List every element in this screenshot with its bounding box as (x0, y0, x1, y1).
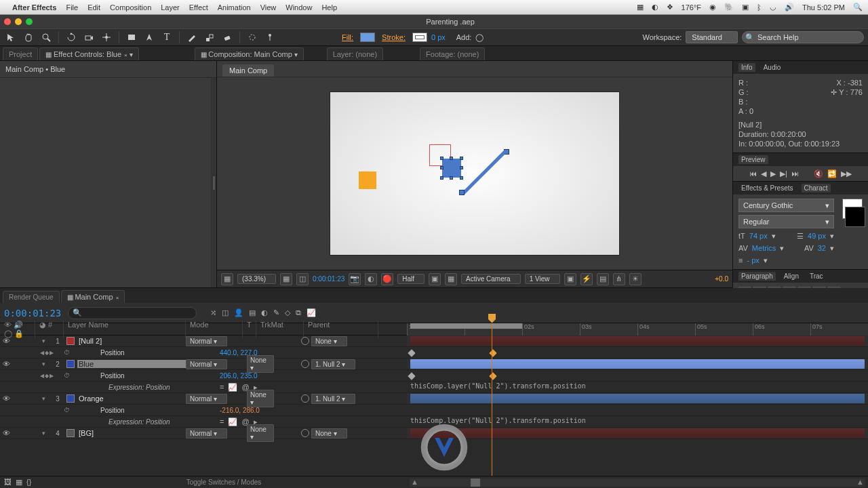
wifi-icon[interactable]: ◡ (770, 3, 776, 12)
timeline-timecode[interactable]: 0:00:01:23 (4, 308, 61, 319)
layer-duration-bar[interactable] (410, 336, 865, 346)
twirl-icon[interactable]: ▾ (42, 395, 45, 402)
type-tool[interactable]: T (160, 30, 174, 44)
snapshot-icon[interactable]: 📷 (349, 273, 361, 285)
bluetooth-icon[interactable]: ᛒ (757, 3, 762, 12)
next-frame-button[interactable]: ▶| (780, 169, 787, 178)
menu-help[interactable]: Help (321, 3, 337, 12)
layer-name[interactable]: Orange (77, 394, 186, 403)
mask-icon[interactable]: ◫ (296, 273, 309, 285)
expression-row[interactable]: Expression: Position = 📈 @ ▸ thisComp.la… (0, 382, 868, 393)
tab-effects-presets[interactable]: Effects & Presets (738, 184, 796, 192)
blue-shape[interactable] (442, 159, 461, 178)
auto-keyframe-icon[interactable]: ◇ (285, 308, 290, 317)
expression-graph-icon[interactable]: 📈 (228, 383, 237, 392)
timeline-search[interactable]: 🔍 (68, 307, 197, 319)
spotlight-icon[interactable]: 🔍 (853, 3, 863, 12)
add-keyframe-icon[interactable]: ◆ (45, 350, 49, 356)
menubar-status-icon[interactable]: ▦ (637, 3, 644, 12)
pickwhip-icon[interactable] (301, 394, 309, 403)
fill-swatch[interactable] (360, 33, 375, 42)
menubar-clock[interactable]: Thu 5:02 PM (802, 3, 845, 12)
tab-project[interactable]: Project (3, 47, 38, 60)
composition-viewer[interactable] (217, 77, 732, 270)
workspace-select[interactable]: Standard (686, 31, 738, 43)
tab-audio[interactable]: Audio (761, 63, 784, 72)
pixel-aspect-icon[interactable]: ▣ (564, 273, 576, 285)
views-select[interactable]: 1 View (525, 274, 560, 284)
tracking-value[interactable]: 32 (818, 243, 826, 253)
timeline-icon[interactable]: ▤ (597, 273, 609, 285)
blend-mode-select[interactable]: Normal ▾ (186, 336, 227, 346)
draft-3d-icon[interactable]: ◫ (222, 308, 229, 317)
prev-keyframe-icon[interactable]: ◀ (40, 350, 44, 356)
zoom-tool[interactable] (39, 30, 53, 44)
property-row[interactable]: ◀◆▶ ⏱ Position 440.0, 227.0 (0, 347, 868, 359)
pickwhip-icon[interactable] (301, 429, 309, 437)
graph-editor-icon[interactable]: 📈 (307, 308, 316, 317)
menu-animation[interactable]: Animation (218, 3, 251, 12)
property-name[interactable]: Position (75, 407, 220, 414)
twirl-icon[interactable]: ▾ (42, 361, 45, 367)
property-row[interactable]: ◀◆▶ ⏱ Position 206.0, 235.0 (0, 370, 868, 382)
fast-previews-icon[interactable]: ⚡ (580, 273, 593, 285)
layer-duration-bar[interactable] (410, 394, 865, 403)
loop-button[interactable]: 🔁 (827, 169, 837, 178)
tab-layer[interactable]: Layer: (none) (327, 47, 383, 60)
roto-brush-tool[interactable] (245, 30, 259, 44)
add-button-icon[interactable]: ◯ (475, 33, 484, 42)
twirl-icon[interactable]: ▾ (42, 430, 45, 436)
expression-enable-icon[interactable]: = (220, 418, 224, 426)
expression-graph-icon[interactable]: 📈 (228, 418, 237, 426)
expression-enable-icon[interactable]: = (220, 383, 224, 392)
visibility-toggle[interactable]: 👁 (3, 429, 10, 437)
reset-exposure-icon[interactable]: ☀ (629, 273, 642, 285)
font-style-select[interactable]: Regular▾ (738, 215, 834, 228)
mute-button[interactable]: 🔇 (814, 169, 823, 178)
tab-footage[interactable]: Footage: (none) (420, 47, 485, 60)
menubar-status-icon[interactable]: ❖ (667, 3, 673, 12)
pickwhip-icon[interactable] (301, 337, 309, 345)
eraser-tool[interactable] (220, 30, 234, 44)
leading-value[interactable]: 49 px (808, 231, 826, 241)
layer-name[interactable]: [Null 2] (77, 337, 186, 345)
color-mgmt-icon[interactable]: 🔴 (381, 273, 393, 285)
toggle-switches-icon[interactable]: ▦ (16, 478, 22, 487)
menu-composition[interactable]: Composition (110, 3, 151, 12)
label-color[interactable] (66, 337, 75, 345)
layer-row[interactable]: 👁 ▾ 2 Blue Normal ▾ None ▾ 1. Null 2 ▾ (0, 359, 868, 370)
exposure-value[interactable]: +0.0 (715, 275, 728, 283)
evernote-icon[interactable]: 🐘 (724, 3, 734, 12)
layer-row[interactable]: 👁 ▾ 3 Orange Normal ▾ None ▾ 1. Null 2 ▾ (0, 393, 868, 405)
tab-paragraph[interactable]: Paragraph (738, 272, 776, 281)
font-family-select[interactable]: Century Gothic▾ (738, 199, 834, 212)
last-frame-button[interactable]: ⏭ (791, 169, 799, 178)
label-color[interactable] (66, 394, 75, 403)
next-keyframe-icon[interactable]: ▶ (50, 373, 54, 379)
property-row[interactable]: ⏱ Position -216.0, 286.0 (0, 405, 868, 416)
current-time-indicator-head[interactable] (492, 323, 492, 336)
app-name[interactable]: After Effects (12, 3, 56, 12)
rotation-tool[interactable] (64, 30, 78, 44)
add-keyframe-icon[interactable]: ◆ (45, 373, 49, 379)
property-value[interactable]: 206.0, 235.0 (220, 372, 258, 380)
zoom-select[interactable]: (33.3%) (237, 274, 276, 284)
blend-mode-select[interactable]: Normal ▾ (186, 428, 227, 439)
rectangle-tool[interactable] (125, 30, 138, 44)
zoom-window-button[interactable] (26, 18, 33, 25)
work-area-bar[interactable] (410, 323, 522, 329)
label-color[interactable] (66, 429, 75, 437)
pen-tool[interactable] (142, 30, 156, 44)
motion-path-handle[interactable] (459, 190, 465, 195)
menu-effect[interactable]: Effect (189, 3, 208, 12)
camera-tool[interactable] (82, 30, 96, 44)
always-preview-icon[interactable]: ▦ (221, 273, 233, 285)
layer-row[interactable]: 👁 ▾ 1 [Null 2] Normal ▾ None ▾ (0, 336, 868, 347)
tab-render-queue[interactable]: Render Queue (3, 291, 60, 303)
label-color[interactable] (66, 360, 75, 368)
stroke-color-swatch[interactable] (845, 207, 865, 227)
fill-label[interactable]: Fill: (342, 33, 353, 41)
toggle-switches-modes[interactable]: Toggle Switches / Modes (41, 479, 407, 486)
layer-duration-bar[interactable] (410, 359, 865, 369)
property-name[interactable]: Position (75, 349, 220, 357)
